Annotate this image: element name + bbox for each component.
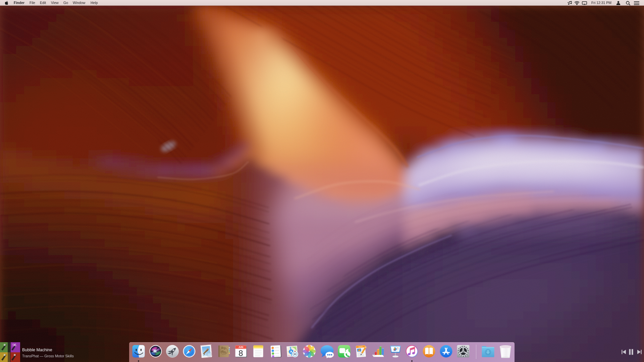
svg-text:SS: SS <box>12 343 17 347</box>
svg-text:8: 8 <box>238 349 243 358</box>
svg-text:JUN: JUN <box>238 346 243 348</box>
svg-text:3D: 3D <box>293 353 297 355</box>
